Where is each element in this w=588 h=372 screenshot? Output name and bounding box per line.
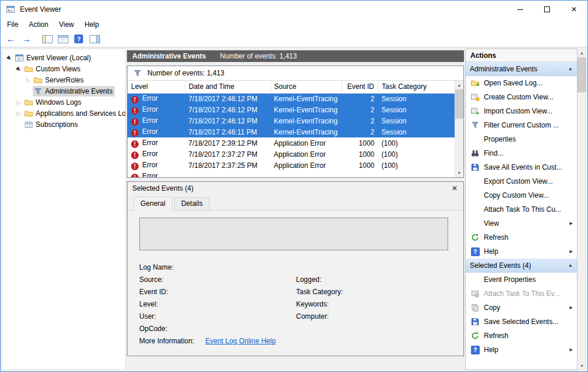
action-help-selected[interactable]: ? Help ▶ [466, 343, 577, 357]
column-header-level[interactable]: Level [128, 81, 185, 93]
list-scrollbar[interactable]: ▲ ▼ [455, 81, 463, 177]
event-row[interactable]: !Error 7/18/2017 2:46:11 PM Kernel-Event… [128, 126, 455, 137]
tree-item-serverroles[interactable]: ▷ ServerRoles [2, 74, 125, 85]
action-create-custom-view[interactable]: Create Custom View... [466, 90, 577, 104]
folder-icon [33, 75, 43, 85]
action-properties[interactable]: Properties [466, 132, 577, 146]
tree-item-event-viewer-local[interactable]: ▶ Event Viewer (Local) [2, 52, 125, 63]
action-save-selected-events[interactable]: Save Selected Events... [466, 315, 577, 329]
event-row[interactable]: !Error 7/18/2017 2:46:12 PM Kernel-Event… [128, 115, 455, 126]
show-action-pane-button[interactable] [87, 32, 102, 46]
event-row[interactable]: !Error 7/18/2017 2:37:27 PM Application … [128, 149, 455, 160]
close-button[interactable]: ✕ [561, 1, 587, 18]
scroll-down-icon[interactable]: ▼ [577, 361, 586, 370]
expanded-icon[interactable]: ▶ [4, 52, 15, 63]
tree-item-subscriptions[interactable]: Subscriptions [2, 119, 125, 130]
menu-help[interactable]: Help [80, 19, 105, 30]
find-binoculars-icon [470, 149, 480, 158]
minimize-button[interactable] [507, 1, 534, 18]
event-row[interactable]: !Error 7/18/2017 2:46:12 PM Kernel-Event… [128, 93, 455, 104]
blank-icon [470, 205, 480, 214]
collapsed-icon[interactable]: ▷ [14, 99, 23, 105]
menu-view[interactable]: View [54, 19, 80, 30]
tab-general[interactable]: General [133, 197, 173, 211]
event-id-label: Event ID: [139, 288, 296, 296]
column-header-task-category[interactable]: Task Category [378, 81, 455, 93]
action-export-custom-view[interactable]: Export Custom View... [466, 174, 577, 188]
save-icon [470, 317, 480, 326]
maximize-button[interactable] [534, 1, 561, 18]
action-help-menu[interactable]: ? Help ▶ [466, 244, 577, 259]
column-header-date-time[interactable]: Date and Time [185, 81, 270, 93]
actions-section-administrative-events[interactable]: Administrative Events ▲ [466, 62, 577, 76]
close-preview-button[interactable]: ✕ [451, 184, 459, 192]
action-import-custom-view[interactable]: Import Custom View... [466, 104, 577, 118]
tree-item-label: Custom Views [36, 65, 80, 73]
event-row-partial[interactable]: !Error [128, 171, 455, 177]
expanded-icon[interactable]: ▶ [13, 63, 24, 74]
tree-item-windows-logs[interactable]: ▷ Windows Logs [2, 97, 125, 108]
action-event-properties[interactable]: Event Properties [466, 273, 577, 287]
menu-action[interactable]: Action [23, 19, 53, 30]
main-area: ▶ Event Viewer (Local) ▶ Custom Views ▷ … [1, 47, 587, 371]
collapsed-icon[interactable]: ▷ [14, 111, 23, 116]
refresh-icon [470, 233, 480, 242]
event-viewer-icon [15, 53, 24, 63]
event-row[interactable]: !Error 7/18/2017 2:37:25 PM Application … [128, 160, 455, 171]
tree-item-administrative-events[interactable]: Administrative Events [2, 85, 125, 97]
scroll-up-icon[interactable]: ▲ [577, 49, 586, 57]
computer-label: Computer: [296, 312, 329, 321]
action-save-all-events[interactable]: Save All Events in Cust... [466, 160, 577, 174]
action-refresh[interactable]: Refresh [466, 230, 577, 244]
action-find[interactable]: Find... [466, 146, 577, 160]
blank-icon [470, 177, 480, 186]
action-refresh-selected[interactable]: Refresh [466, 329, 577, 343]
opcode-label: OpCode: [139, 325, 296, 333]
column-header-source[interactable]: Source [270, 81, 342, 93]
properties-button[interactable] [56, 32, 70, 46]
open-saved-log-icon [470, 78, 480, 88]
error-icon: ! [131, 107, 139, 115]
action-attach-task-custom-view[interactable]: Attach Task To This Cu... [466, 202, 577, 216]
actions-scrollbar-thumb[interactable] [577, 57, 586, 92]
collapse-section-icon[interactable]: ▲ [568, 263, 573, 268]
event-list: Number of events: 1,413 Level Date and T… [127, 66, 464, 178]
forward-button[interactable]: → [19, 32, 34, 46]
list-scrollbar-track[interactable] [455, 119, 463, 168]
collapse-section-icon[interactable]: ▲ [568, 66, 573, 71]
error-icon: ! [131, 140, 139, 148]
actions-section-selected-events[interactable]: Selected Events (4) ▲ [466, 259, 577, 273]
menu-file[interactable]: File [2, 19, 23, 30]
submenu-arrow-icon: ▶ [570, 221, 573, 226]
tree-item-label: Subscriptions [36, 120, 78, 129]
custom-view-filter-icon [33, 87, 43, 96]
error-icon: ! [131, 129, 139, 137]
action-view-menu[interactable]: View ▶ [466, 216, 577, 230]
action-filter-current-custom-view[interactable]: Filter Current Custom ... [466, 118, 577, 132]
tab-details[interactable]: Details [174, 197, 210, 211]
copy-icon [470, 303, 480, 312]
help-button[interactable]: ? [71, 32, 86, 46]
submenu-arrow-icon: ▶ [570, 347, 573, 352]
column-header-event-id[interactable]: Event ID [342, 81, 378, 93]
list-scrollbar-thumb[interactable] [455, 89, 463, 119]
actions-scrollbar-track[interactable] [577, 92, 586, 361]
view-event-count: Number of events: 1,413 [220, 52, 297, 60]
back-button[interactable]: ← [4, 32, 18, 46]
action-attach-task-selected-event[interactable]: Attach Task To This Ev... [466, 287, 577, 301]
event-row[interactable]: !Error 7/18/2017 2:46:12 PM Kernel-Event… [128, 104, 455, 115]
event-log-online-help-link[interactable]: Event Log Online Help [205, 337, 276, 345]
filter-icon [470, 120, 480, 130]
scroll-up-icon[interactable]: ▲ [455, 81, 463, 89]
tree-item-applications-services-logs[interactable]: ▷ Applications and Services Logs [2, 108, 125, 119]
event-row[interactable]: !Error 7/18/2017 2:39:12 PM Application … [128, 137, 455, 149]
scroll-down-icon[interactable]: ▼ [455, 168, 463, 177]
actions-scrollbar[interactable]: ▲ ▼ [577, 49, 586, 370]
action-copy-custom-view[interactable]: Copy Custom View... [466, 188, 577, 202]
show-console-tree-button[interactable] [40, 32, 54, 46]
collapsed-icon[interactable]: ▷ [23, 77, 33, 83]
error-icon: ! [131, 96, 139, 104]
action-copy-menu[interactable]: Copy ▶ [466, 301, 577, 315]
tree-item-custom-views[interactable]: ▶ Custom Views [2, 63, 125, 74]
action-open-saved-log[interactable]: Open Saved Log... [466, 76, 577, 90]
